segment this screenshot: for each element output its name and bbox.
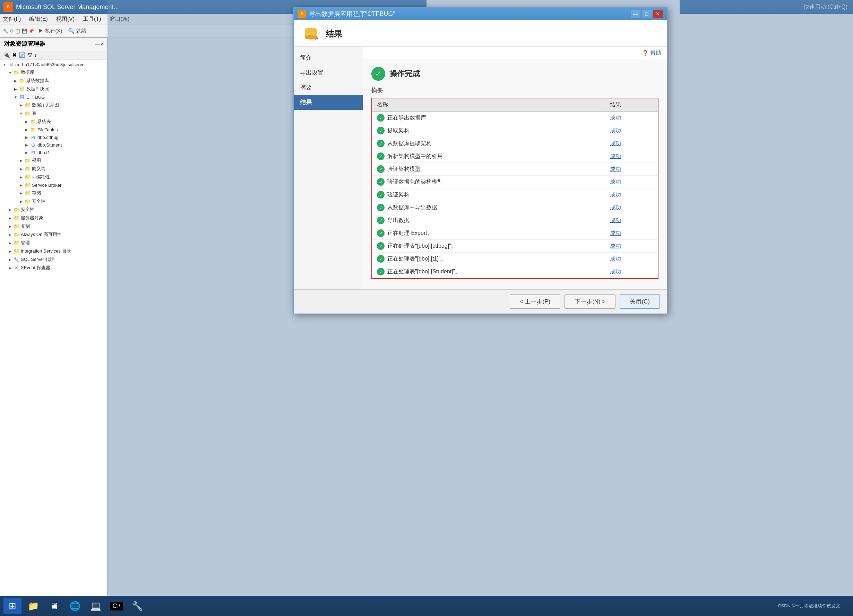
row-result[interactable]: 成功 [605,227,658,240]
row-result[interactable]: 成功 [605,253,658,265]
row-result[interactable]: 成功 [605,240,658,253]
help-link[interactable]: ❓ 帮助 [642,50,661,57]
nav-summary[interactable]: 摘要 [294,80,363,95]
row-result[interactable]: 成功 [605,265,658,278]
oe-security-db-node[interactable]: ▶ 📁 安全性 [0,197,107,206]
ssms-title: Microsoft SQL Server Management... [16,3,118,11]
oe-xevent-node[interactable]: ▶ ✕ XEvent 探查器 [0,264,107,272]
row-result[interactable]: 成功 [605,124,658,137]
refresh-icon[interactable]: 🔄 [19,51,26,58]
oe-storage-node[interactable]: ▶ 📁 存储 [0,189,107,197]
dbo-t1-label: dbo.t1 [38,150,50,155]
minimize-button[interactable]: — [631,10,641,18]
service-broker-label: Service Broker [32,183,61,188]
expander-icon: ▶ [13,79,18,83]
oe-databases-node[interactable]: ▼ 📁 数据库 [0,68,107,77]
integration-label: Integration Services 目录 [21,248,71,254]
oe-security-server-node[interactable]: ▶ 📁 安全性 [0,206,107,214]
row-name: 从数据库提取架构 [387,140,432,147]
oe-dbo-ctfbug-node[interactable]: ▶ ⊞ dbo.ctfbug [0,133,107,141]
oe-sys-tables-node[interactable]: ▶ 📁 系统表 [0,117,107,126]
xevent-icon: ✕ [13,265,20,271]
row-name: 提取架构 [387,127,410,135]
taskbar-cmd[interactable]: C:\ [108,598,126,614]
menu-edit[interactable]: 编辑(E) [29,15,47,23]
oe-close-icon[interactable]: — × [96,41,104,47]
row-result[interactable]: 成功 [605,188,658,201]
table-row: ✓正在处理表"[dbo].[ctfbug]"。成功 [372,240,658,253]
oe-dbo-t1-node[interactable]: ▶ ⊞ dbo.t1 [0,148,107,156]
oe-views-node[interactable]: ▶ 📁 视图 [0,156,107,165]
table-row: ✓验证数据包的架构模型成功 [372,176,658,188]
expander-icon: ▶ [13,87,18,91]
row-check-icon: ✓ [377,242,384,250]
oe-filetables-node[interactable]: ▶ 📁 FileTables [0,126,107,133]
oe-snapshot-node[interactable]: ▶ 📁 数据库快照 [0,85,107,93]
row-name: 正在处理表"[dbo].[t1]"。 [387,255,446,263]
start-button[interactable]: ⊞ [3,598,21,614]
table-row: ✓导出数据成功 [372,214,658,227]
oe-server-node[interactable]: ▼ 🖥 rm-bp171v0ao56535dj3jo.sqlserver [0,61,107,68]
menu-tools[interactable]: 工具(T) [83,15,101,23]
close-button[interactable]: ✕ [653,10,663,18]
menu-view[interactable]: 视图(V) [56,15,74,23]
collapse-icon[interactable]: ↕ [34,52,37,58]
row-result[interactable]: 成功 [605,112,658,124]
table-row: ✓提取架构成功 [372,124,658,137]
monitor-icon: 🖥 [50,601,59,611]
server-objects-label: 服务器对象 [21,215,43,221]
dialog-titlebar: S 导出数据层应用程序"CTFBUG" — □ ✕ [294,8,667,20]
oe-management-node[interactable]: ▶ 📁 管理 [0,239,107,247]
row-result[interactable]: 成功 [605,163,658,176]
oe-integration-node[interactable]: ▶ 📁 Integration Services 目录 [0,247,107,255]
diagram-label: 数据库关系图 [32,102,59,108]
oe-tables-node[interactable]: ▼ 📁 表 [0,109,107,117]
nav-intro[interactable]: 简介 [294,50,363,65]
oe-ctfbug-node[interactable]: ▼ 🗄 CTFBUG [0,93,107,101]
storage-label: 存储 [32,190,41,196]
taskbar-browser[interactable]: 🌐 [66,598,84,614]
taskbar-explorer[interactable]: 📁 [24,598,42,614]
next-button[interactable]: 下一步(N) > [565,295,615,309]
table-icon: ⊞ [29,135,36,140]
nav-export-settings-label: 导出设置 [300,69,323,76]
row-result[interactable]: 成功 [605,150,658,163]
oe-server-objects-node[interactable]: ▶ 📁 服务器对象 [0,214,107,222]
oe-synonyms-node[interactable]: ▶ 📁 同义词 [0,165,107,173]
oe-diagram-node[interactable]: ▶ 📁 数据库关系图 [0,101,107,109]
folder-icon: 📁 [13,232,20,237]
row-result[interactable]: 成功 [605,137,658,150]
row-result[interactable]: 成功 [605,214,658,227]
filetables-label: FileTables [38,127,58,132]
row-result[interactable]: 成功 [605,201,658,214]
oe-replication-node[interactable]: ▶ 📁 复制 [0,222,107,230]
oe-service-broker-node[interactable]: ▶ 📁 Service Broker [0,181,107,189]
back-button[interactable]: < 上一步(P) [510,295,560,309]
taskbar-monitor[interactable]: 🖥 [45,598,63,614]
taskbar-ssms[interactable]: 🔧 [128,598,146,614]
row-name: 导出数据 [387,217,410,224]
dialog-app-icon: S [298,10,306,18]
oe-system-db-node[interactable]: ▶ 📁 系统数据库 [0,77,107,85]
nav-results[interactable]: 结果 [294,95,363,110]
oe-agent-node[interactable]: ▶ 🔧 SQL Server 代理 [0,255,107,264]
connect-icon[interactable]: 🔌 [3,51,10,58]
programmability-label: 可编程性 [32,174,50,180]
taskbar-computer[interactable]: 💻 [87,598,105,614]
dialog-nav: 简介 导出设置 摘要 结果 [294,47,363,289]
oe-programmability-node[interactable]: ▶ 📁 可编程性 [0,173,107,181]
row-result[interactable]: 成功 [605,176,658,188]
table-row: ✓验证架构成功 [372,188,658,201]
menu-file[interactable]: 文件(F) [3,15,21,23]
close-dialog-button[interactable]: 关闭(C) [620,295,660,309]
expander-icon: ▶ [18,159,24,162]
disconnect-icon[interactable]: ✖ [12,51,17,58]
maximize-button[interactable]: □ [642,10,651,18]
filter-icon[interactable]: ▽ [28,51,32,58]
nav-export-settings[interactable]: 导出设置 [294,65,363,80]
help-label: 帮助 [650,50,661,57]
oe-alwayson-node[interactable]: ▶ 📁 Always On 高可用性 [0,230,107,239]
op-complete-header: ✓ 操作完成 [371,67,659,81]
oe-dbo-student-node[interactable]: ▶ ⊞ dbo.Student [0,141,107,148]
expander-icon: ▶ [24,120,29,124]
